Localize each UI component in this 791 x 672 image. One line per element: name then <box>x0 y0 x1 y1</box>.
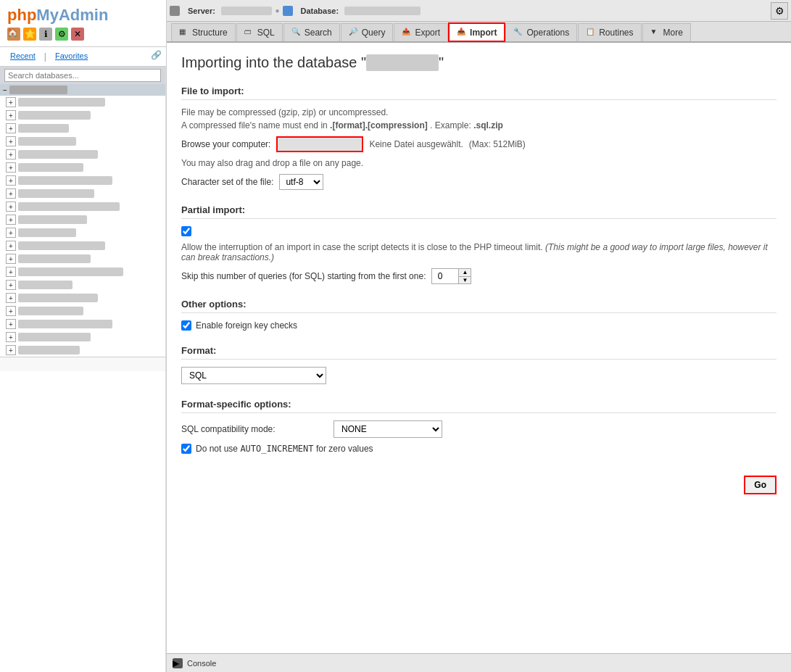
charset-select[interactable]: utf-8 utf-16 latin1 ascii <box>279 174 323 190</box>
list-item[interactable]: + database_5 <box>0 148 165 161</box>
tree-search-input[interactable] <box>4 69 161 82</box>
structure-icon: ▦ <box>179 28 189 38</box>
sql-compat-select[interactable]: NONE ANSI DB2 MAXDB MYSQL323 MYSQL40 MSS… <box>334 420 442 438</box>
settings-icon[interactable]: ⚙ <box>55 28 68 41</box>
list-item[interactable]: + database_6 <box>0 161 165 174</box>
page-title: Importing into the database "••••••••••" <box>181 54 776 71</box>
drag-note: You may also drag and drop a file on any… <box>181 158 776 168</box>
expander-icon[interactable]: + <box>6 332 16 342</box>
tab-query-label: Query <box>362 28 386 38</box>
max-size: (Max: 512MiB) <box>469 139 526 149</box>
tab-routines-label: Routines <box>599 28 633 38</box>
list-item[interactable]: + database_11 <box>0 226 165 239</box>
tab-sql[interactable]: 🗃 SQL <box>236 23 283 41</box>
list-item[interactable]: + database_15 <box>0 278 165 291</box>
db-label: database_19 <box>18 333 91 341</box>
spin-down-button[interactable]: ▼ <box>459 277 471 284</box>
expander-icon[interactable]: + <box>6 123 16 133</box>
db-label: database_16 <box>18 294 98 302</box>
expander-icon[interactable]: + <box>6 345 16 355</box>
tab-import[interactable]: 📥 Import <box>449 23 505 41</box>
skip-number-input[interactable] <box>432 269 458 283</box>
format-example-pre: .[format].[compression] <box>330 120 428 130</box>
expander-icon[interactable]: + <box>6 97 16 107</box>
list-item[interactable]: + database_8 <box>0 187 165 200</box>
info-icon[interactable]: ℹ <box>39 28 52 41</box>
expander-icon[interactable]: + <box>6 228 16 238</box>
expander-icon[interactable]: + <box>6 202 16 212</box>
db-label: database_18 <box>18 320 112 328</box>
tree-root-item[interactable]: − server_name <box>0 84 165 96</box>
expander-icon[interactable]: + <box>6 267 16 277</box>
list-item[interactable]: + database_3 <box>0 122 165 135</box>
auto-increment-checkbox[interactable] <box>181 444 191 454</box>
partial-import-checkbox[interactable] <box>181 226 191 236</box>
foreign-key-checkbox[interactable] <box>181 320 191 331</box>
expander-icon[interactable]: + <box>6 110 16 120</box>
console-label[interactable]: Console <box>187 659 216 668</box>
expander-icon[interactable]: + <box>6 319 16 329</box>
tab-operations[interactable]: 🔧 Operations <box>505 23 577 41</box>
list-item[interactable]: + database_13 <box>0 252 165 265</box>
export-icon: 📤 <box>402 28 412 38</box>
expander-icon[interactable]: + <box>6 162 16 173</box>
expander-icon[interactable]: + <box>6 306 16 316</box>
file-import-title: File to import: <box>181 86 776 100</box>
other-options-section: Other options: Enable foreign key checks <box>181 299 776 331</box>
partial-import-checkbox-row <box>181 226 776 236</box>
format-example-value: .sql.zip <box>473 120 503 130</box>
auto-increment-label[interactable]: Do not use AUTO_INCREMENT for zero value… <box>196 444 373 454</box>
expander-icon[interactable]: + <box>6 254 16 264</box>
expander-icon[interactable]: + <box>6 149 16 159</box>
list-item[interactable]: + database_10 <box>0 213 165 226</box>
go-button[interactable]: Go <box>744 476 776 494</box>
list-item[interactable]: + database_14 <box>0 265 165 278</box>
auto-increment-code: AUTO_INCREMENT <box>240 444 313 454</box>
list-item[interactable]: + database_1 <box>0 96 165 109</box>
favorites-tab[interactable]: Favorites <box>49 50 94 63</box>
expander-icon[interactable]: + <box>6 280 16 290</box>
list-item[interactable]: + database_20 <box>0 344 165 357</box>
tab-more[interactable]: ▼ More <box>642 23 691 41</box>
file-input-fake[interactable] <box>276 136 363 152</box>
list-item[interactable]: + database_16 <box>0 291 165 304</box>
db-label: database_13 <box>18 254 91 263</box>
logo-icons: 🏠 ⭐ ℹ ⚙ ✕ <box>7 28 159 41</box>
gear-button[interactable]: ⚙ <box>771 2 788 20</box>
recent-favorites-bar: Recent | Favorites 🔗 <box>0 47 166 67</box>
expander-icon[interactable]: + <box>6 293 16 303</box>
list-item[interactable]: + database_17 <box>0 304 165 318</box>
tab-structure-label: Structure <box>192 28 228 38</box>
list-item[interactable]: + database_9 <box>0 200 165 213</box>
spin-up-button[interactable]: ▲ <box>459 269 471 277</box>
home-icon[interactable]: 🏠 <box>7 28 20 41</box>
exit-icon[interactable]: ✕ <box>71 28 84 41</box>
list-item[interactable]: + database_12 <box>0 239 165 252</box>
tab-search[interactable]: 🔍 Search <box>283 23 340 41</box>
db-label: database_15 <box>18 281 73 289</box>
expander-icon[interactable]: + <box>6 215 16 225</box>
list-item[interactable]: + database_7 <box>0 174 165 187</box>
recent-tab[interactable]: Recent <box>4 50 41 63</box>
list-item[interactable]: + database_4 <box>0 135 165 148</box>
foreign-key-label[interactable]: Enable foreign key checks <box>196 320 297 331</box>
tab-routines[interactable]: 📋 Routines <box>578 23 641 41</box>
expander-icon[interactable]: + <box>6 188 16 199</box>
list-item[interactable]: + database_2 <box>0 109 165 122</box>
tab-structure[interactable]: ▦ Structure <box>171 23 236 41</box>
format-title: Format: <box>181 345 776 360</box>
format-select[interactable]: SQL CSV CSV using LOAD DATA Mediawiki OD… <box>181 367 326 384</box>
tab-export[interactable]: 📤 Export <box>394 23 448 41</box>
page-title-suffix: " <box>439 54 444 70</box>
tab-query[interactable]: 🔎 Query <box>341 23 394 41</box>
query-icon: 🔎 <box>349 28 359 38</box>
db-label: database_6 <box>18 163 83 172</box>
format-note: A compressed file's name must end in .[f… <box>181 120 776 130</box>
list-item[interactable]: + database_19 <box>0 331 165 344</box>
star-icon[interactable]: ⭐ <box>23 28 36 41</box>
link-icon[interactable]: 🔗 <box>151 50 162 63</box>
list-item[interactable]: + database_18 <box>0 318 165 331</box>
expander-icon[interactable]: + <box>6 136 16 146</box>
expander-icon[interactable]: + <box>6 175 16 186</box>
expander-icon[interactable]: + <box>6 241 16 251</box>
